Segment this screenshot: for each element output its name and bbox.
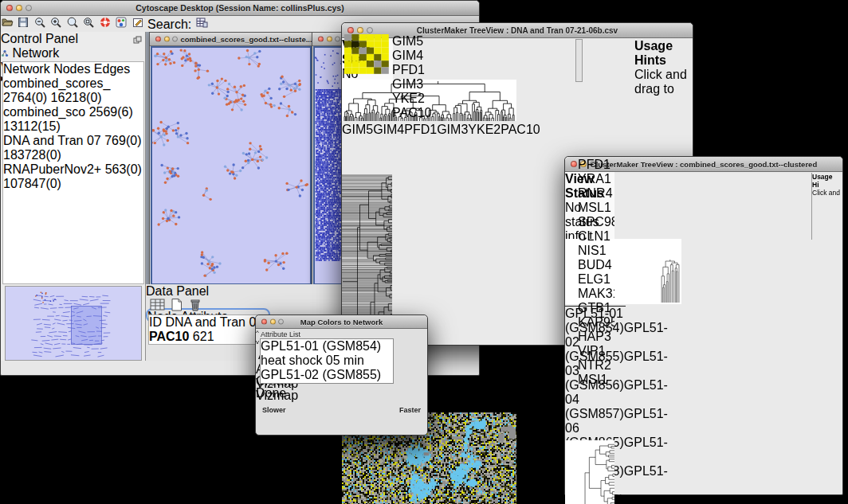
gene-label[interactable]: MSI1 <box>578 373 614 385</box>
annotation-icon[interactable] <box>132 18 144 31</box>
network-canvas[interactable] <box>151 46 312 285</box>
usage-hints-panel: Usage Hi Click and <box>811 173 841 240</box>
close-icon[interactable] <box>261 319 267 325</box>
gene-label[interactable]: KAP95 <box>578 315 614 330</box>
gene-label[interactable]: GIM4 <box>392 49 432 63</box>
usage-hints-title: Usage Hi <box>812 173 833 189</box>
gene-label[interactable]: YRA1 <box>578 172 614 186</box>
minimize-icon[interactable] <box>357 27 363 33</box>
zoom-fit-icon[interactable] <box>66 18 79 31</box>
mini-scroll-strip[interactable] <box>575 39 583 82</box>
vizmapper-icon[interactable] <box>115 18 128 31</box>
gene-label[interactable]: VIP1 <box>578 344 614 358</box>
network-list-row[interactable]: combined_sco 2569(6) 13112(15) <box>3 105 143 134</box>
save-icon[interactable] <box>17 18 29 31</box>
matrix-gene-list: GIM5GIM4PFD1GIM3YKE2PAC10 <box>392 34 432 120</box>
attribute-item[interactable]: GPL51-01 (GSM854) heat shock 05 min <box>261 339 382 368</box>
window-controls <box>6 5 32 11</box>
column-header-nodes[interactable]: Nodes <box>53 62 90 76</box>
close-icon[interactable] <box>6 5 13 11</box>
zoom-out-icon[interactable] <box>33 18 46 31</box>
open-icon[interactable] <box>1 18 14 31</box>
close-icon[interactable] <box>155 37 161 42</box>
gene-label[interactable]: GIM5 <box>342 123 373 136</box>
usage-hscrollbar[interactable] <box>342 166 377 174</box>
zoom-window-icon[interactable] <box>335 37 340 42</box>
tab-network[interactable]: Network <box>1 46 69 61</box>
gene-label[interactable]: GIM5 <box>392 34 432 49</box>
gene-label[interactable]: YKE2 <box>392 92 432 106</box>
attribute-listbox[interactable]: GPL51-01 (GSM854) heat shock 05 minGPL51… <box>260 338 394 384</box>
zoom-window-icon[interactable] <box>172 37 178 42</box>
gene-label[interactable]: GIM3 <box>437 123 468 136</box>
gene-label[interactable]: HAP3 <box>578 330 614 344</box>
map-colors-dialog: Map Colors to Network Attribute List GPL… <box>255 315 428 436</box>
gene-label[interactable]: PFD1 <box>404 123 437 136</box>
zoom-window-icon[interactable] <box>367 27 373 33</box>
window-controls <box>155 37 178 42</box>
network-list-row[interactable]: RNAPuberNov2+ 563(0) 107847(0) <box>3 162 143 191</box>
gene-label[interactable]: MAK31 <box>578 287 614 301</box>
gene-label[interactable]: PFD1 <box>578 158 614 172</box>
minimize-icon[interactable] <box>327 37 332 42</box>
treeview2-title: ClusterMaker TreeView : combined_scores_… <box>591 160 817 169</box>
desktop: Cytoscape Desktop (Session Name: collins… <box>0 0 848 504</box>
column-header-edges[interactable]: Edges <box>94 62 130 76</box>
network-list-header: Network Nodes Edges <box>3 62 143 76</box>
gene-label[interactable]: PAC10 <box>392 106 432 120</box>
attribute-table-icon[interactable] <box>195 18 208 31</box>
scrollbar-thumb[interactable] <box>815 229 830 236</box>
usage-hints-panel: Usage Hints Click and drag to <box>634 39 690 71</box>
gene-label[interactable]: BUD4 <box>578 258 614 272</box>
column-header-id[interactable]: ID <box>149 315 162 329</box>
done-button[interactable]: Done <box>256 386 285 398</box>
gene-list: PFD1YRA1RNR4MSL1SPC98CLN1NIS1BUD4ELG1MAK… <box>578 158 614 385</box>
close-icon[interactable] <box>571 161 577 167</box>
window-controls <box>318 37 340 42</box>
data-panel-title: Data Panel <box>146 284 209 298</box>
search-label: Search: <box>147 18 191 31</box>
minimize-icon[interactable] <box>270 319 276 325</box>
dialog-title-bar[interactable]: Map Colors to Network <box>256 315 427 329</box>
trash-icon[interactable] <box>188 298 202 315</box>
gene-label[interactable]: CLN1 <box>578 229 614 244</box>
gene-label[interactable]: ELG1 <box>578 272 614 287</box>
minimize-icon[interactable] <box>164 37 170 42</box>
gene-label[interactable]: GTB1 <box>578 301 614 315</box>
network-view-title-bar[interactable]: combined_scores_good.txt--cluste... <box>150 33 312 46</box>
treeview2-window: ClusterMaker TreeView : combined_scores_… <box>564 156 843 495</box>
gene-label[interactable]: PAC10 <box>501 123 540 136</box>
new-document-icon[interactable] <box>170 298 184 315</box>
network-overview-thumbnail[interactable] <box>5 286 142 361</box>
float-panel-icon[interactable] <box>133 33 142 48</box>
selection-strip <box>344 39 346 321</box>
network-list-row[interactable]: combined_scores_ 2764(0) 16218(0) <box>3 76 143 105</box>
faster-label: Faster <box>399 406 421 414</box>
gene-label[interactable]: SPC98 <box>578 215 614 229</box>
gene-label[interactable]: NIS1 <box>578 244 614 258</box>
gene-label[interactable]: GIM4 <box>373 123 404 136</box>
gene-label[interactable]: NTR2 <box>578 358 614 373</box>
table-grid-icon[interactable] <box>150 298 166 315</box>
zoom-window-icon[interactable] <box>26 5 32 11</box>
help-icon[interactable] <box>99 18 112 31</box>
zoom-selected-icon[interactable] <box>82 18 95 31</box>
attribute-item[interactable]: GPL51-02 (GSM855) heat shock 10 min <box>261 368 382 384</box>
row-dendrogram[interactable] <box>565 440 614 504</box>
zoom-in-icon[interactable] <box>49 18 62 31</box>
network-list-row[interactable]: DNA and Tran 07 769(0) 183728(0) <box>3 134 143 162</box>
gene-label[interactable]: YKE2 <box>468 123 501 136</box>
zoom-window-icon[interactable] <box>278 319 284 325</box>
gene-label[interactable]: PFD1 <box>392 63 432 77</box>
close-icon[interactable] <box>318 37 324 42</box>
minimize-icon[interactable] <box>16 5 22 11</box>
column-header-network[interactable]: Network <box>3 62 50 76</box>
main-title-bar[interactable]: Cytoscape Desktop (Session Name: collins… <box>1 1 479 16</box>
gene-label[interactable]: RNR4 <box>578 186 614 201</box>
gene-label[interactable]: GIM3 <box>392 77 432 92</box>
correlation-matrix[interactable] <box>344 34 389 74</box>
attribute-list-label: Attribute List <box>261 330 300 338</box>
usage-hints-title: Usage Hints <box>634 39 673 67</box>
close-icon[interactable] <box>347 27 354 33</box>
gene-label[interactable]: MSL1 <box>578 201 614 215</box>
